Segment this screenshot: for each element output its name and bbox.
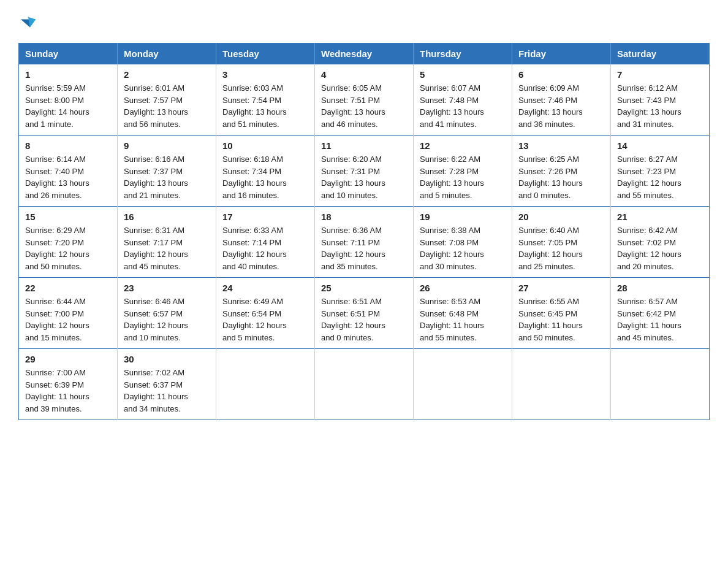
calendar-cell: 16 Sunrise: 6:31 AMSunset: 7:17 PMDaylig… bbox=[118, 207, 216, 278]
day-info: Sunrise: 6:29 AMSunset: 7:20 PMDaylight:… bbox=[25, 226, 89, 271]
day-header-sunday: Sunday bbox=[19, 44, 118, 64]
day-info: Sunrise: 6:49 AMSunset: 6:54 PMDaylight:… bbox=[222, 297, 287, 342]
calendar-cell: 13 Sunrise: 6:25 AMSunset: 7:26 PMDaylig… bbox=[512, 136, 611, 207]
page-header bbox=[18, 15, 710, 32]
calendar-week-row: 8 Sunrise: 6:14 AMSunset: 7:40 PMDayligh… bbox=[19, 136, 710, 207]
calendar-week-row: 15 Sunrise: 6:29 AMSunset: 7:20 PMDaylig… bbox=[19, 207, 710, 278]
calendar-cell: 17 Sunrise: 6:33 AMSunset: 7:14 PMDaylig… bbox=[216, 207, 315, 278]
day-header-friday: Friday bbox=[512, 44, 611, 64]
day-number: 18 bbox=[321, 212, 407, 222]
day-info: Sunrise: 6:14 AMSunset: 7:40 PMDaylight:… bbox=[25, 155, 89, 200]
calendar-cell: 18 Sunrise: 6:36 AMSunset: 7:11 PMDaylig… bbox=[315, 207, 414, 278]
calendar-cell: 24 Sunrise: 6:49 AMSunset: 6:54 PMDaylig… bbox=[216, 278, 315, 349]
day-number: 24 bbox=[222, 283, 308, 293]
day-number: 19 bbox=[420, 212, 506, 222]
day-header-thursday: Thursday bbox=[414, 44, 512, 64]
logo bbox=[18, 15, 37, 32]
calendar-cell: 21 Sunrise: 6:42 AMSunset: 7:02 PMDaylig… bbox=[611, 207, 710, 278]
logo-icon bbox=[20, 15, 37, 32]
day-info: Sunrise: 6:31 AMSunset: 7:17 PMDaylight:… bbox=[124, 226, 188, 271]
calendar-week-row: 29 Sunrise: 7:00 AMSunset: 6:39 PMDaylig… bbox=[19, 349, 710, 420]
day-number: 21 bbox=[617, 212, 703, 222]
day-number: 30 bbox=[124, 354, 210, 364]
day-header-wednesday: Wednesday bbox=[315, 44, 414, 64]
day-info: Sunrise: 6:25 AMSunset: 7:26 PMDaylight:… bbox=[518, 155, 583, 200]
calendar-cell: 20 Sunrise: 6:40 AMSunset: 7:05 PMDaylig… bbox=[512, 207, 611, 278]
calendar-cell bbox=[512, 349, 611, 420]
day-info: Sunrise: 6:27 AMSunset: 7:23 PMDaylight:… bbox=[617, 155, 681, 200]
day-info: Sunrise: 6:33 AMSunset: 7:14 PMDaylight:… bbox=[222, 226, 287, 271]
calendar-cell bbox=[216, 349, 315, 420]
calendar-week-row: 1 Sunrise: 5:59 AMSunset: 8:00 PMDayligh… bbox=[19, 64, 710, 136]
calendar-cell: 26 Sunrise: 6:53 AMSunset: 6:48 PMDaylig… bbox=[414, 278, 512, 349]
calendar-cell bbox=[414, 349, 512, 420]
day-info: Sunrise: 6:01 AMSunset: 7:57 PMDaylight:… bbox=[124, 83, 188, 129]
calendar-cell bbox=[315, 349, 414, 420]
day-header-tuesday: Tuesday bbox=[216, 44, 315, 64]
day-number: 1 bbox=[25, 69, 111, 80]
day-header-monday: Monday bbox=[118, 44, 216, 64]
calendar-week-row: 22 Sunrise: 6:44 AMSunset: 7:00 PMDaylig… bbox=[19, 278, 710, 349]
calendar-cell: 25 Sunrise: 6:51 AMSunset: 6:51 PMDaylig… bbox=[315, 278, 414, 349]
day-info: Sunrise: 6:05 AMSunset: 7:51 PMDaylight:… bbox=[321, 83, 385, 129]
day-number: 7 bbox=[617, 69, 703, 80]
day-info: Sunrise: 6:16 AMSunset: 7:37 PMDaylight:… bbox=[124, 155, 188, 200]
calendar-cell: 10 Sunrise: 6:18 AMSunset: 7:34 PMDaylig… bbox=[216, 136, 315, 207]
day-number: 26 bbox=[420, 283, 506, 293]
day-info: Sunrise: 6:22 AMSunset: 7:28 PMDaylight:… bbox=[420, 155, 484, 200]
calendar-cell: 14 Sunrise: 6:27 AMSunset: 7:23 PMDaylig… bbox=[611, 136, 710, 207]
calendar-cell: 30 Sunrise: 7:02 AMSunset: 6:37 PMDaylig… bbox=[118, 349, 216, 420]
calendar-cell: 1 Sunrise: 5:59 AMSunset: 8:00 PMDayligh… bbox=[19, 64, 118, 136]
day-info: Sunrise: 6:36 AMSunset: 7:11 PMDaylight:… bbox=[321, 226, 385, 271]
calendar-cell: 28 Sunrise: 6:57 AMSunset: 6:42 PMDaylig… bbox=[611, 278, 710, 349]
calendar-cell: 3 Sunrise: 6:03 AMSunset: 7:54 PMDayligh… bbox=[216, 64, 315, 136]
calendar-cell: 5 Sunrise: 6:07 AMSunset: 7:48 PMDayligh… bbox=[414, 64, 512, 136]
day-number: 9 bbox=[124, 140, 210, 151]
day-number: 4 bbox=[321, 69, 407, 80]
calendar-cell: 23 Sunrise: 6:46 AMSunset: 6:57 PMDaylig… bbox=[118, 278, 216, 349]
day-info: Sunrise: 6:40 AMSunset: 7:05 PMDaylight:… bbox=[518, 226, 583, 271]
day-info: Sunrise: 6:51 AMSunset: 6:51 PMDaylight:… bbox=[321, 297, 385, 342]
day-number: 22 bbox=[25, 283, 111, 293]
calendar-cell: 22 Sunrise: 6:44 AMSunset: 7:00 PMDaylig… bbox=[19, 278, 118, 349]
day-info: Sunrise: 6:44 AMSunset: 7:00 PMDaylight:… bbox=[25, 297, 89, 342]
day-number: 10 bbox=[222, 140, 308, 151]
calendar-cell: 8 Sunrise: 6:14 AMSunset: 7:40 PMDayligh… bbox=[19, 136, 118, 207]
day-info: Sunrise: 6:42 AMSunset: 7:02 PMDaylight:… bbox=[617, 226, 681, 271]
day-number: 20 bbox=[518, 212, 604, 222]
calendar-cell: 19 Sunrise: 6:38 AMSunset: 7:08 PMDaylig… bbox=[414, 207, 512, 278]
calendar-cell: 9 Sunrise: 6:16 AMSunset: 7:37 PMDayligh… bbox=[118, 136, 216, 207]
calendar-cell: 6 Sunrise: 6:09 AMSunset: 7:46 PMDayligh… bbox=[512, 64, 611, 136]
day-info: Sunrise: 6:07 AMSunset: 7:48 PMDaylight:… bbox=[420, 83, 484, 129]
day-info: Sunrise: 6:46 AMSunset: 6:57 PMDaylight:… bbox=[124, 297, 188, 342]
day-number: 3 bbox=[222, 69, 308, 80]
day-info: Sunrise: 6:12 AMSunset: 7:43 PMDaylight:… bbox=[617, 83, 681, 129]
calendar-cell bbox=[611, 349, 710, 420]
calendar-cell: 11 Sunrise: 6:20 AMSunset: 7:31 PMDaylig… bbox=[315, 136, 414, 207]
day-info: Sunrise: 5:59 AMSunset: 8:00 PMDaylight:… bbox=[25, 83, 89, 129]
calendar-cell: 27 Sunrise: 6:55 AMSunset: 6:45 PMDaylig… bbox=[512, 278, 611, 349]
day-info: Sunrise: 6:57 AMSunset: 6:42 PMDaylight:… bbox=[617, 297, 681, 342]
calendar-cell: 2 Sunrise: 6:01 AMSunset: 7:57 PMDayligh… bbox=[118, 64, 216, 136]
calendar-table: SundayMondayTuesdayWednesdayThursdayFrid… bbox=[18, 43, 710, 420]
day-number: 2 bbox=[124, 69, 210, 80]
calendar-cell: 15 Sunrise: 6:29 AMSunset: 7:20 PMDaylig… bbox=[19, 207, 118, 278]
calendar-cell: 29 Sunrise: 7:00 AMSunset: 6:39 PMDaylig… bbox=[19, 349, 118, 420]
day-number: 14 bbox=[617, 140, 703, 151]
day-info: Sunrise: 6:38 AMSunset: 7:08 PMDaylight:… bbox=[420, 226, 484, 271]
day-number: 11 bbox=[321, 140, 407, 151]
day-number: 23 bbox=[124, 283, 210, 293]
day-info: Sunrise: 6:09 AMSunset: 7:46 PMDaylight:… bbox=[518, 83, 583, 129]
day-number: 5 bbox=[420, 69, 506, 80]
calendar-cell: 7 Sunrise: 6:12 AMSunset: 7:43 PMDayligh… bbox=[611, 64, 710, 136]
day-number: 13 bbox=[518, 140, 604, 151]
day-number: 29 bbox=[25, 354, 111, 364]
day-info: Sunrise: 6:55 AMSunset: 6:45 PMDaylight:… bbox=[518, 297, 583, 342]
day-info: Sunrise: 6:20 AMSunset: 7:31 PMDaylight:… bbox=[321, 155, 385, 200]
day-info: Sunrise: 7:00 AMSunset: 6:39 PMDaylight:… bbox=[25, 368, 89, 413]
day-number: 25 bbox=[321, 283, 407, 293]
calendar-cell: 12 Sunrise: 6:22 AMSunset: 7:28 PMDaylig… bbox=[414, 136, 512, 207]
day-header-saturday: Saturday bbox=[611, 44, 710, 64]
day-info: Sunrise: 6:18 AMSunset: 7:34 PMDaylight:… bbox=[222, 155, 287, 200]
day-number: 17 bbox=[222, 212, 308, 222]
